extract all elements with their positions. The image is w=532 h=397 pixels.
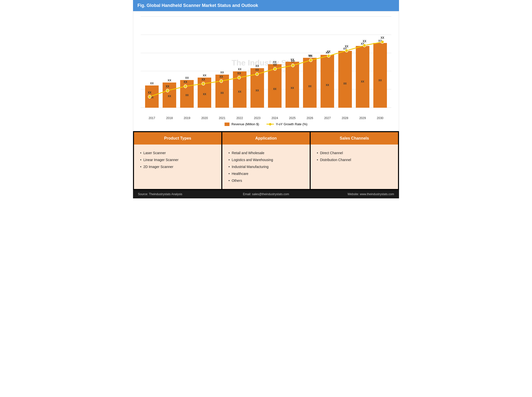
bar: XX (163, 83, 176, 108)
bar-top-label: XX (343, 47, 347, 50)
product-types-list: Laser ScannerLinear Imager Scanner2D Ima… (140, 149, 215, 170)
bar-mid-label: XX (168, 95, 171, 98)
bar-group: XXXX (336, 16, 354, 108)
footer-source: Source: Theindustrystats Analysis (138, 192, 223, 196)
sales-channels-header: Sales Channels (311, 132, 398, 145)
bottom-sections: Product Types Laser ScannerLinear Imager… (133, 131, 399, 190)
list-item: Healthcare (228, 170, 304, 177)
sales-channels-card: Sales Channels Direct ChannelDistributio… (311, 132, 398, 189)
legend-line-symbol (266, 124, 274, 125)
list-item: Linear Imager Scanner (140, 156, 215, 163)
x-axis-label: 2017 (143, 116, 161, 120)
bar-mid-label: XX (203, 93, 206, 96)
list-item: Logistics and Warehousing (228, 156, 304, 163)
footer: Source: Theindustrystats Analysis Email:… (133, 190, 399, 198)
x-axis-label: 2020 (196, 116, 213, 120)
bar-mid-label: XX (343, 82, 346, 85)
bar-mid-label: XX (220, 92, 224, 94)
list-item: Industrial Manufacturing (228, 163, 304, 170)
list-item: Others (228, 177, 304, 184)
legend-bar-item: Revenue (Million $) (225, 122, 259, 126)
bar-group: XXXX (354, 16, 371, 108)
bar: XX (250, 68, 264, 108)
x-axis-label: 2019 (178, 116, 196, 120)
bar-mid-label: XX (238, 90, 241, 93)
bar-mid-label: XX (379, 79, 382, 82)
bar: XX (145, 85, 159, 108)
bar: XX (373, 43, 387, 108)
sales-channels-list: Direct ChannelDistribution Channel (317, 149, 392, 163)
bars-wrapper: XXXXXXXXXXXXXXXXXXXXXXXXXXXXXXXXXXXXXXXX… (141, 16, 391, 108)
bar-mid-label: XX (361, 80, 364, 83)
bar-mid-label: XX (150, 96, 153, 99)
list-item: Retail and Wholesale (228, 149, 304, 156)
product-types-card: Product Types Laser ScannerLinear Imager… (134, 132, 221, 189)
bar-top-label: XX (361, 42, 364, 45)
x-axis-label: 2028 (336, 116, 354, 120)
footer-website: Website: www.theindustrystats.com (309, 192, 394, 196)
bar: XX (338, 51, 352, 108)
chart-container: The Industry Stats m a r k e t r e s e a… (133, 11, 399, 131)
bar-mid-label: XX (185, 94, 189, 97)
product-types-header: Product Types (134, 132, 221, 145)
bar: XX (233, 71, 247, 108)
list-item: Laser Scanner (140, 149, 215, 156)
bar: XX (321, 55, 334, 108)
bar-group: XXXX (178, 16, 196, 108)
bar-group: XXXX (319, 16, 336, 108)
bar-group: XXXX (231, 16, 248, 108)
application-card: Application Retail and WholesaleLogistic… (222, 132, 310, 189)
legend-line-label: Y-oY Growth Rate (%) (276, 122, 307, 126)
bar-group: XXXX (371, 16, 389, 108)
bar-top-label: XX (308, 54, 312, 57)
header-title: Fig. Global Handheld Scanner Market Stat… (137, 3, 258, 8)
bar-group: XXXX (248, 16, 266, 108)
bar: XX (303, 58, 317, 108)
bar-mid-label: XX (326, 84, 329, 86)
application-list: Retail and WholesaleLogistics and Wareho… (228, 149, 304, 184)
bar-top-label: XX (238, 68, 242, 71)
legend-line-item: Y-oY Growth Rate (%) (266, 122, 307, 126)
bar-top-label: XX (150, 82, 154, 85)
bar-top-label: XX (326, 51, 329, 54)
list-item: 2D Imager Scanner (140, 163, 215, 170)
x-axis-label: 2018 (161, 116, 178, 120)
chart-inner: The Industry Stats m a r k e t r e s e a… (141, 16, 391, 115)
bar-mid-label: XX (273, 88, 276, 90)
bar-top-label: XX (168, 79, 171, 82)
bar-group: XXXX (284, 16, 301, 108)
legend-bar-box (225, 123, 229, 126)
bar-top-label: XX (220, 71, 224, 74)
page-header: Fig. Global Handheld Scanner Market Stat… (133, 0, 399, 11)
bar-top-label: XX (203, 74, 207, 77)
bar-top-label: XX (185, 76, 189, 79)
list-item: Distribution Channel (317, 156, 392, 163)
x-axis-label: 2027 (319, 116, 336, 120)
bar-top-label: XX (273, 61, 277, 63)
x-axis-label: 2025 (284, 116, 301, 120)
x-axis-label: 2023 (248, 116, 266, 120)
bar: XX (180, 80, 194, 108)
bar-group: XXXX (161, 16, 178, 108)
bar: XX (285, 62, 299, 108)
bar-top-label: XX (290, 58, 294, 61)
legend-bar-label: Revenue (Million $) (231, 122, 259, 126)
bar-top-label: XX (255, 64, 259, 67)
sales-channels-body: Direct ChannelDistribution Channel (311, 145, 398, 168)
footer-email: Email: sales@theindustrystats.com (223, 192, 309, 196)
x-axis-label: 2026 (301, 116, 319, 120)
bar: XX (198, 78, 211, 108)
application-header: Application (222, 132, 310, 145)
product-types-body: Laser ScannerLinear Imager Scanner2D Ima… (134, 145, 221, 175)
bar-mid-label: XX (256, 89, 259, 92)
x-axis-label: 2022 (231, 116, 248, 120)
bar: XX (268, 64, 282, 108)
x-axis-label: 2021 (213, 116, 231, 120)
bar-group: XXXX (143, 16, 161, 108)
bar-mid-label: XX (308, 85, 311, 88)
bar-group: XXXX (196, 16, 213, 108)
bar-group: XXXX (213, 16, 231, 108)
x-axis-labels: 2017201820192020202120222023202420252026… (141, 115, 391, 120)
application-body: Retail and WholesaleLogistics and Wareho… (222, 145, 310, 189)
bar-group: XXXX (301, 16, 319, 108)
